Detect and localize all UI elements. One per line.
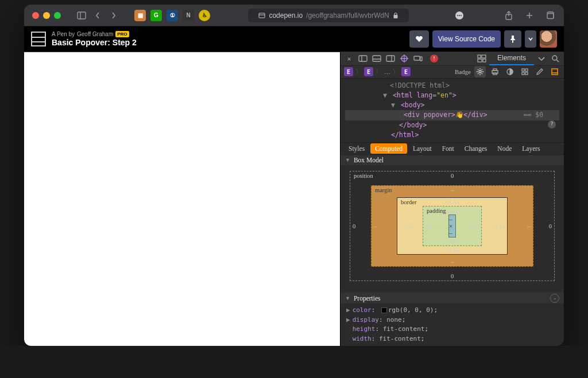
tab-font[interactable]: Font bbox=[438, 143, 459, 154]
byline-author[interactable]: Geoff Graham bbox=[77, 31, 113, 38]
bm-label-padding: padding bbox=[427, 208, 446, 214]
property-row[interactable]: ▶color: rgb(0, 0, 0); bbox=[346, 306, 558, 315]
page-menu-icon[interactable] bbox=[454, 10, 465, 21]
crumb-badge-e[interactable]: E bbox=[344, 67, 353, 76]
url-path: /geoffgraham/full/wvbrWdN bbox=[306, 11, 389, 20]
box-model-section-header[interactable]: ▼ Box Model bbox=[341, 155, 564, 166]
new-tab-icon[interactable] bbox=[524, 10, 535, 21]
dom-row-html[interactable]: ▼ <html lang="en"> bbox=[345, 91, 559, 100]
view-source-button[interactable]: View Source Code bbox=[432, 30, 501, 48]
codepen-logo[interactable] bbox=[31, 32, 46, 46]
site-settings-icon bbox=[258, 12, 265, 19]
svg-rect-18 bbox=[386, 56, 394, 61]
error-badge[interactable]: ! bbox=[430, 54, 438, 63]
devtools-crumb-row: E 〉 E 〉 … 〉 E Badge bbox=[341, 66, 564, 79]
properties-section-header[interactable]: ▼ Properties ⌄ bbox=[341, 293, 564, 303]
svg-rect-28 bbox=[483, 59, 486, 62]
extension-icon-accessibility[interactable]: ♿︎ bbox=[199, 10, 210, 21]
dom-row-body-close[interactable]: </body> bbox=[345, 120, 559, 130]
grid-icon[interactable] bbox=[519, 66, 531, 77]
pro-badge: PRO bbox=[115, 31, 129, 38]
bm-label-position: position bbox=[354, 173, 373, 179]
pen-title: Basic Popover: Step 2 bbox=[52, 38, 137, 48]
svg-point-31 bbox=[479, 71, 481, 73]
forward-button[interactable] bbox=[108, 10, 119, 21]
bm-border-left: ~3.53 bbox=[400, 223, 413, 229]
dom-row-html-close[interactable]: </html> bbox=[345, 130, 559, 140]
bm-content: – × – bbox=[448, 215, 456, 237]
dock-bottom-icon[interactable] bbox=[370, 52, 383, 65]
more-menu-button[interactable] bbox=[525, 30, 536, 48]
browser-window: ▦ G ① N ♿︎ codepen.io/geoffgraham/full/w… bbox=[24, 5, 564, 346]
panel-dashboard-icon[interactable] bbox=[475, 52, 488, 65]
tab-node[interactable]: Node bbox=[493, 143, 516, 154]
more-panels-icon[interactable] bbox=[535, 52, 548, 65]
tab-layout[interactable]: Layout bbox=[408, 143, 436, 154]
tab-overview-icon[interactable] bbox=[544, 10, 556, 21]
badge-menu-label[interactable]: Badge bbox=[455, 68, 471, 75]
preview-pane[interactable] bbox=[24, 52, 340, 346]
box-model-title: Box Model bbox=[354, 157, 384, 163]
dom-tree[interactable]: <!DOCTYPE html> ▼ <html lang="en"> ▼ <bo… bbox=[341, 79, 564, 143]
svg-rect-36 bbox=[522, 69, 524, 71]
gear-icon[interactable] bbox=[474, 66, 486, 77]
svg-rect-38 bbox=[522, 72, 524, 75]
devtools-toolbar: ✕ ! Elements bbox=[341, 52, 564, 66]
help-icon[interactable]: ? bbox=[548, 120, 556, 128]
filter-icon[interactable]: ⌄ bbox=[550, 294, 559, 303]
element-picker-icon[interactable] bbox=[398, 52, 411, 65]
codepen-header: A Pen by Geoff Graham PRO Basic Popover:… bbox=[24, 26, 564, 52]
sidebar-toggle-icon[interactable] bbox=[76, 10, 87, 21]
crumb-badge-e[interactable]: E bbox=[364, 67, 373, 76]
property-row[interactable]: ▶display: none; bbox=[346, 315, 558, 325]
elements-tab[interactable]: Elements bbox=[489, 52, 534, 65]
search-icon[interactable] bbox=[549, 52, 562, 65]
svg-rect-39 bbox=[525, 72, 528, 75]
dom-row-selected[interactable]: <div popover>👋</div>== $0? bbox=[345, 110, 559, 120]
bm-border-top: ~3.53 bbox=[445, 199, 459, 205]
bm-margin-left: – bbox=[374, 223, 377, 229]
minimize-window-button[interactable] bbox=[43, 12, 50, 19]
print-icon[interactable] bbox=[489, 66, 501, 77]
dom-row-doctype[interactable]: <!DOCTYPE html> bbox=[345, 81, 559, 91]
extension-icon-notion[interactable]: N bbox=[183, 10, 194, 21]
extension-icon[interactable]: ▦ bbox=[134, 10, 146, 21]
love-button[interactable] bbox=[409, 30, 429, 48]
crumb-badge-e[interactable]: E bbox=[401, 67, 411, 76]
device-mode-icon[interactable] bbox=[412, 52, 424, 65]
bm-position-right: 0 bbox=[549, 223, 552, 229]
extension-icon-grammarly[interactable]: G bbox=[150, 10, 162, 21]
dock-right-icon[interactable] bbox=[384, 52, 397, 65]
property-row[interactable]: ▶width: fit-content; bbox=[346, 334, 558, 344]
pin-button[interactable] bbox=[504, 30, 521, 48]
traffic-lights bbox=[32, 12, 61, 19]
close-devtools-icon[interactable]: ✕ bbox=[343, 52, 355, 65]
layout-panel-icon[interactable] bbox=[549, 66, 560, 77]
share-icon[interactable] bbox=[503, 10, 514, 21]
property-row[interactable]: ▶height: fit-content; bbox=[346, 325, 558, 334]
svg-rect-33 bbox=[493, 69, 497, 71]
bm-margin-right: – bbox=[528, 223, 531, 229]
svg-rect-2 bbox=[259, 13, 265, 18]
crumb-arrow-icon: 〉 bbox=[376, 68, 382, 76]
back-button[interactable] bbox=[92, 10, 103, 21]
lock-icon bbox=[393, 12, 399, 19]
tab-styles[interactable]: Styles bbox=[344, 143, 369, 154]
svg-rect-24 bbox=[420, 57, 422, 61]
close-window-button[interactable] bbox=[32, 12, 39, 19]
dom-row-body[interactable]: ▼ <body> bbox=[345, 100, 559, 110]
avatar[interactable] bbox=[540, 30, 557, 48]
tab-computed[interactable]: Computed bbox=[370, 143, 407, 154]
tab-layers[interactable]: Layers bbox=[517, 143, 544, 154]
svg-rect-14 bbox=[359, 56, 367, 61]
crumb-ellipsis[interactable]: … bbox=[384, 68, 390, 75]
bm-position-left: 0 bbox=[353, 223, 355, 229]
contrast-icon[interactable] bbox=[504, 66, 516, 77]
dock-left-icon[interactable] bbox=[357, 52, 369, 65]
extension-icon-1password[interactable]: ① bbox=[167, 10, 178, 21]
tab-changes[interactable]: Changes bbox=[460, 143, 492, 154]
box-model-diagram[interactable]: position 0 0 0 0 margin – – – – border bbox=[341, 165, 564, 293]
edit-icon[interactable] bbox=[534, 66, 546, 77]
maximize-window-button[interactable] bbox=[54, 12, 61, 19]
url-bar[interactable]: codepen.io/geoffgraham/full/wvbrWdN bbox=[248, 9, 409, 22]
